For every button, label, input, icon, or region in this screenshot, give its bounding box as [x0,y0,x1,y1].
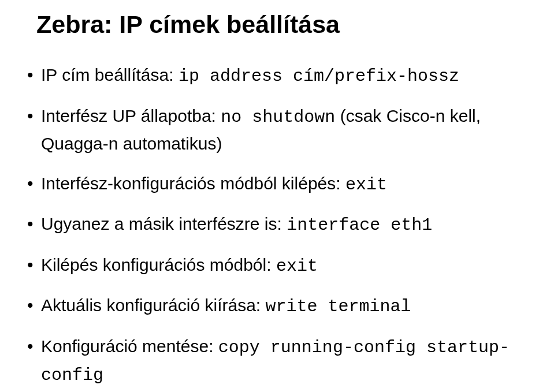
bullet-code: interface eth1 [287,215,432,235]
bullet-text-pre: IP cím beállítása: [41,65,179,84]
bullet-code: exit [345,175,387,195]
list-item: Interfész-konfigurációs módból kilépés: … [26,170,528,199]
bullet-text-pre: Kilépés konfigurációs módból: [41,255,276,274]
bullet-code: ip address cím/prefix-hossz [179,66,459,86]
list-item: Konfiguráció mentése: copy running-confi… [26,333,528,389]
slide-title: Zebra: IP címek beállítása [36,10,528,39]
bullet-text-pre: Interfész-konfigurációs módból kilépés: [41,174,345,193]
bullet-text-pre: Konfiguráció mentése: [41,337,218,356]
bullet-list: IP cím beállítása: ip address cím/prefix… [26,62,528,389]
list-item: Kilépés konfigurációs módból: exit [26,252,528,280]
bullet-code: no shutdown [221,107,335,127]
list-item: IP cím beállítása: ip address cím/prefix… [26,62,528,90]
bullet-text-pre: Ugyanez a másik interfészre is: [41,214,287,233]
bullet-text-pre: Aktuális konfiguráció kiírása: [41,296,266,315]
list-item: Ugyanez a másik interfészre is: interfac… [26,211,528,239]
bullet-code: exit [276,256,318,276]
list-item: Interfész UP állapotba: no shutdown (csa… [26,103,528,158]
bullet-text-pre: Interfész UP állapotba: [41,106,221,125]
list-item: Aktuális konfiguráció kiírása: write ter… [26,292,528,320]
bullet-code: write terminal [266,297,411,316]
